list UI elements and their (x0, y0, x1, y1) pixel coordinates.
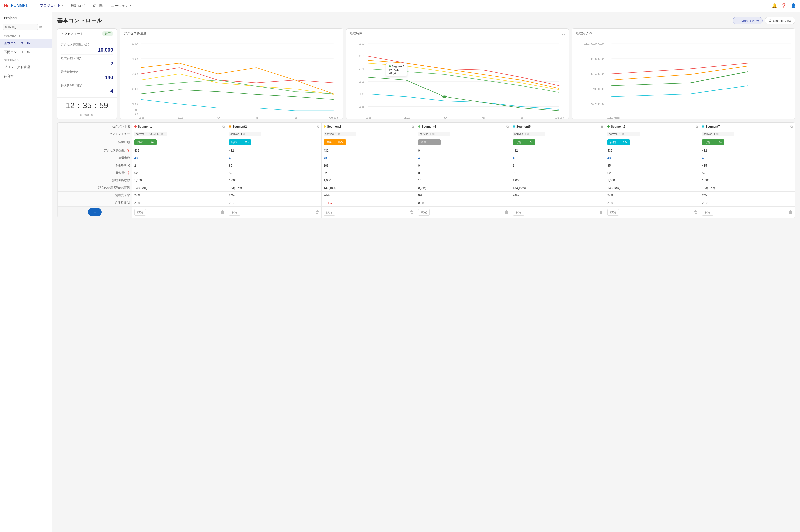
nav-item-project[interactable]: プロジェクト ▾ (36, 1, 67, 11)
segment-key-label: セグメントキー (58, 130, 132, 138)
completion-rate-row: 処理完了率 24% 24% 24% 0% 24% 24% 24% (58, 192, 795, 199)
seg2-delete-button[interactable]: 🗑 (315, 210, 319, 214)
seg7-settings-button[interactable]: 設定 (702, 209, 713, 215)
seg6-status-badge: 待機 85s (608, 139, 630, 145)
seg5-key: serivce_1 ⧉ (511, 130, 605, 138)
seg3-mconn: 1,000 (321, 177, 416, 184)
seg7-key-copy[interactable]: ⧉ (717, 132, 719, 136)
bell-icon[interactable]: 🔔 (771, 3, 777, 9)
nav-icons: 🔔 ❓ 👤 (771, 3, 796, 9)
nav-item-usage[interactable]: 使用量 (89, 1, 107, 11)
seg3-access: 432 (321, 147, 416, 154)
control-row-maxwait-time: 最大待機時間(s) 2 (61, 55, 113, 68)
seg5-key-copy[interactable]: ⧉ (527, 132, 529, 136)
access-help-icon[interactable]: ❓ (127, 149, 130, 152)
sidebar-project: Project1 (0, 16, 52, 23)
seg7-copy-icon[interactable]: ⧉ (790, 125, 793, 128)
seg3-wcount: 43 (321, 154, 416, 162)
seg5-header: Segment5 ⧉ (511, 123, 605, 130)
svg-text:-15: -15 (137, 116, 145, 119)
waiting-count-label: 待機者数 (58, 154, 132, 162)
service-input[interactable] (3, 24, 38, 30)
svg-text:20: 20 (132, 88, 138, 91)
seg2-key: serivce_1 ⧉ (227, 130, 321, 138)
seg6-key-copy[interactable]: ⧉ (622, 132, 624, 136)
sidebar-item-basic-control[interactable]: 基本コントロール (0, 39, 52, 48)
data-table-card: セグメント名 Segment1 ⧉ (57, 122, 795, 218)
seg6-delete-button[interactable]: 🗑 (694, 210, 698, 214)
wait-time-row: 待機時間(s) 2 85 103 0 1 85 435 (58, 162, 795, 169)
seg4-settings-button[interactable]: 設定 (418, 209, 430, 215)
seg7-delete-button[interactable]: 🗑 (788, 210, 793, 214)
account-icon[interactable]: 👤 (790, 3, 796, 9)
sidebar-item-project-mgmt[interactable]: プロジェクト管理 (0, 63, 52, 72)
view-toggle: ⊞ Default View ⚙ Classic View (732, 17, 795, 24)
section-controls-label: Controls (0, 33, 52, 39)
seg6-copy-icon[interactable]: ⧉ (695, 125, 698, 128)
completion-rate-label: 処理完了率 (58, 192, 132, 199)
svg-text:24: 24 (359, 68, 365, 70)
seg5-status-badge: 円滑 0s (513, 139, 535, 145)
sidebar-item-range-control[interactable]: 区間コントロール (0, 48, 52, 57)
nav-item-agent[interactable]: エージェント (108, 1, 135, 11)
access-label: アクセス要請量 ❓ (58, 147, 132, 154)
seg7-key: serivce_1 ⧉ (700, 130, 795, 138)
seg5-copy-icon[interactable]: ⧉ (601, 125, 603, 128)
control-time: 12：35：59 (57, 97, 117, 114)
seg4-actions: 設定 🗑 (416, 207, 511, 218)
seg1-conn: 52 (132, 169, 227, 177)
completion-chart-card: 処理完了率 100 80 60 40 20 (572, 28, 795, 119)
add-cell: + (58, 207, 132, 218)
seg5-users: 133(10%) (511, 184, 605, 192)
add-segment-button[interactable]: + (88, 208, 102, 216)
completion-chart-area: 100 80 60 40 20 -15 (572, 38, 795, 118)
seg2-wtime: 85 (227, 162, 321, 169)
seg5-settings-button[interactable]: 設定 (513, 209, 524, 215)
svg-text:30: 30 (359, 42, 365, 45)
seg2-header: Segment2 ⧉ (227, 123, 321, 130)
seg1-users: 133(10%) (132, 184, 227, 192)
seg5-wtime: 1 (511, 162, 605, 169)
sidebar-item-waiting-room[interactable]: 待合室 (0, 72, 52, 80)
seg1-delete-button[interactable]: 🗑 (221, 210, 225, 214)
seg3-status: 遅延 103s (321, 138, 416, 147)
seg1-header: Segment1 ⧉ (132, 123, 227, 130)
seg3-settings-button[interactable]: 設定 (324, 209, 335, 215)
seg4-key-copy[interactable]: ⧉ (432, 132, 434, 136)
access-row: アクセス要請量 ❓ 432 432 432 0 432 432 432 (58, 147, 795, 154)
connection-help-icon[interactable]: ❓ (127, 171, 130, 174)
chevron-down-icon: ▾ (62, 4, 63, 7)
nav-item-stats[interactable]: 統計ログ (68, 1, 88, 11)
default-view-button[interactable]: ⊞ Default View (732, 17, 763, 24)
seg4-header: Segment4 ⧉ (416, 123, 511, 130)
svg-text:-12: -12 (402, 116, 410, 119)
seg3-key-copy[interactable]: ⧉ (338, 132, 340, 136)
classic-view-button[interactable]: ⚙ Classic View (765, 17, 795, 24)
seg6-mconn: 1,000 (606, 177, 700, 184)
seg2-wcount: 43 (227, 154, 321, 162)
seg4-delete-button[interactable]: 🗑 (505, 210, 509, 214)
seg1-copy-icon[interactable]: ⧉ (222, 125, 225, 128)
seg4-copy-icon[interactable]: ⧉ (506, 125, 509, 128)
seg2-settings-button[interactable]: 設定 (229, 209, 240, 215)
copy-icon[interactable]: ⧉ (39, 25, 42, 29)
seg1-key-copy[interactable]: ⧉ (161, 132, 163, 136)
seg2-access: 432 (227, 147, 321, 154)
seg3-delete-button[interactable]: 🗑 (410, 210, 414, 214)
seg6-settings-button[interactable]: 設定 (608, 209, 619, 215)
svg-text:40: 40 (132, 57, 138, 61)
seg4-key: serivce_1 ⧉ (416, 130, 511, 138)
seg1-settings-button[interactable]: 設定 (134, 209, 146, 215)
svg-text:0(s): 0(s) (329, 116, 338, 119)
seg7-ptime: 2 0 — (700, 199, 795, 207)
seg3-ptime: 2 1 ▲ (321, 199, 416, 207)
seg5-delete-button[interactable]: 🗑 (599, 210, 603, 214)
seg3-copy-icon[interactable]: ⧉ (412, 125, 414, 128)
top-nav: NetFUNNEL プロジェクト ▾ 統計ログ 使用量 エージェント 🔔 ❓ 👤 (0, 0, 800, 12)
svg-text:0(s): 0(s) (555, 116, 564, 119)
access-mode-label: アクセスモード (61, 32, 83, 36)
seg2-key-copy[interactable]: ⧉ (243, 132, 245, 136)
seg2-copy-icon[interactable]: ⧉ (317, 125, 319, 128)
seg1-wtime: 2 (132, 162, 227, 169)
help-icon[interactable]: ❓ (781, 3, 786, 9)
